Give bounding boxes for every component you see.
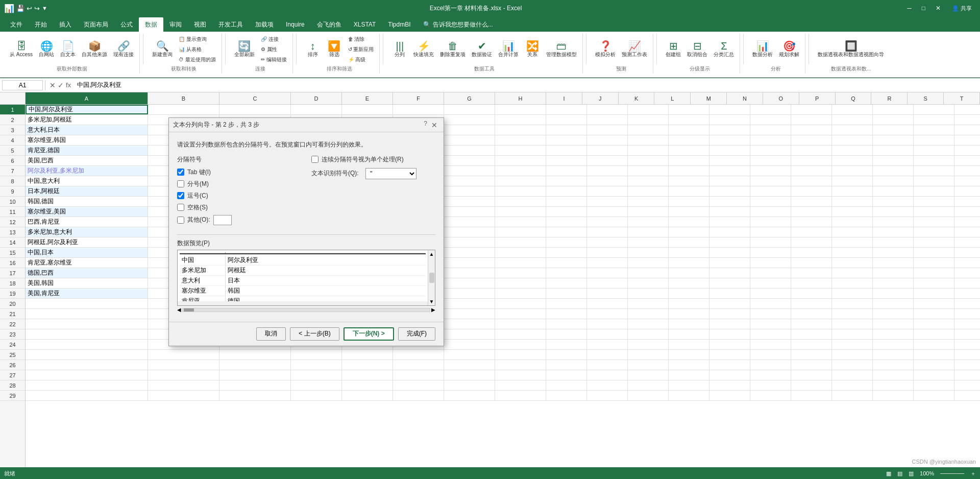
cell-r1[interactable]: [914, 105, 954, 114]
cell-m5[interactable]: [709, 146, 750, 155]
solver-button[interactable]: 🎯 规划求解: [776, 39, 802, 60]
cell-j1[interactable]: [587, 105, 628, 114]
cell-k28[interactable]: [628, 380, 669, 390]
cell-i1[interactable]: [546, 105, 587, 114]
cell-n16[interactable]: [750, 258, 791, 268]
cell-q14[interactable]: [873, 237, 914, 247]
tab-flyfish[interactable]: 会飞的鱼: [311, 17, 348, 32]
col-header-l[interactable]: L: [654, 92, 691, 104]
cell-l22[interactable]: [669, 319, 709, 329]
cell-a17[interactable]: 德国,巴西: [26, 268, 148, 278]
cell-l3[interactable]: [669, 125, 709, 135]
cell-q25[interactable]: [873, 350, 914, 360]
cell-s29[interactable]: [954, 391, 980, 400]
vscroll-down-arrow[interactable]: ▼: [429, 299, 434, 304]
row-num-13[interactable]: 13: [0, 227, 25, 237]
cell-l13[interactable]: [669, 227, 709, 237]
cell-l2[interactable]: [669, 115, 709, 125]
from-text-button[interactable]: 📄 自文本: [58, 39, 78, 60]
cell-r4[interactable]: [914, 135, 954, 145]
cell-i19[interactable]: [546, 289, 587, 298]
cell-n21[interactable]: [750, 309, 791, 319]
subtotal-button[interactable]: Σ 分类汇总: [711, 39, 737, 60]
cell-r8[interactable]: [914, 176, 954, 186]
cell-q7[interactable]: [873, 166, 914, 176]
cell-n26[interactable]: [750, 360, 791, 370]
formula-input[interactable]: [75, 81, 978, 90]
cell-k12[interactable]: [628, 217, 669, 227]
row-num-3[interactable]: 3: [0, 125, 25, 135]
tab-view[interactable]: 视图: [188, 17, 212, 32]
cell-m24[interactable]: [709, 340, 750, 349]
cell-q22[interactable]: [873, 319, 914, 329]
cell-i18[interactable]: [546, 278, 587, 288]
cell-c29[interactable]: [219, 391, 291, 400]
cell-j4[interactable]: [587, 135, 628, 145]
cell-r3[interactable]: [914, 125, 954, 135]
col-header-d[interactable]: D: [291, 92, 342, 104]
cell-a5[interactable]: 肯尼亚,德国: [26, 146, 148, 155]
tab-file[interactable]: 文件: [4, 17, 29, 32]
row-num-9[interactable]: 9: [0, 186, 25, 197]
cell-g9[interactable]: [444, 186, 495, 196]
cell-l16[interactable]: [669, 258, 709, 268]
cell-g7[interactable]: [444, 166, 495, 176]
redo-icon[interactable]: ↪: [34, 5, 40, 12]
row-num-14[interactable]: 14: [0, 237, 25, 248]
cell-n24[interactable]: [750, 340, 791, 349]
cell-a2[interactable]: 多米尼加,阿根廷: [26, 115, 148, 125]
cell-k22[interactable]: [628, 319, 669, 329]
cell-o2[interactable]: [791, 115, 832, 125]
finish-button[interactable]: 完成(F): [398, 327, 435, 341]
cell-d25[interactable]: [291, 350, 342, 360]
cell-i26[interactable]: [546, 360, 587, 370]
cell-h29[interactable]: [495, 391, 546, 400]
cell-l25[interactable]: [669, 350, 709, 360]
cell-p14[interactable]: [832, 237, 873, 247]
cell-l26[interactable]: [669, 360, 709, 370]
cell-r6[interactable]: [914, 156, 954, 165]
cell-r28[interactable]: [914, 380, 954, 390]
cell-k10[interactable]: [628, 197, 669, 206]
cell-h25[interactable]: [495, 350, 546, 360]
filter-button[interactable]: 🔽 筛选: [324, 39, 345, 60]
cell-a1[interactable]: 中国,阿尔及利亚: [26, 105, 148, 114]
cell-q15[interactable]: [873, 248, 914, 257]
cell-r13[interactable]: [914, 227, 954, 237]
cell-o20[interactable]: [791, 299, 832, 308]
cell-k2[interactable]: [628, 115, 669, 125]
cell-i29[interactable]: [546, 391, 587, 400]
cell-a8[interactable]: 中国,意大利: [26, 176, 148, 186]
cell-p15[interactable]: [832, 248, 873, 257]
cell-a26[interactable]: [26, 360, 148, 370]
cell-i13[interactable]: [546, 227, 587, 237]
cell-a20[interactable]: [26, 299, 148, 308]
col-header-c[interactable]: C: [219, 92, 291, 104]
cell-l5[interactable]: [669, 146, 709, 155]
cell-k7[interactable]: [628, 166, 669, 176]
cell-m25[interactable]: [709, 350, 750, 360]
cell-h4[interactable]: [495, 135, 546, 145]
row-num-29[interactable]: 29: [0, 391, 25, 401]
cell-h18[interactable]: [495, 278, 546, 288]
cell-g26[interactable]: [444, 360, 495, 370]
pivot-button[interactable]: 🔲 数据透视表和数据透视图向导: [815, 39, 887, 60]
data-analysis-button[interactable]: 📊 数据分析: [750, 39, 775, 60]
cell-n2[interactable]: [750, 115, 791, 125]
cell-m23[interactable]: [709, 329, 750, 339]
cell-s26[interactable]: [954, 360, 980, 370]
cell-n13[interactable]: [750, 227, 791, 237]
cell-l20[interactable]: [669, 299, 709, 308]
cell-p17[interactable]: [832, 268, 873, 278]
cell-k24[interactable]: [628, 340, 669, 349]
cell-j19[interactable]: [587, 289, 628, 298]
cell-j18[interactable]: [587, 278, 628, 288]
cell-g19[interactable]: [444, 289, 495, 298]
row-num-16[interactable]: 16: [0, 258, 25, 268]
cell-f29[interactable]: [393, 391, 444, 400]
reapply-button[interactable]: ↺ 重新应用: [346, 45, 377, 54]
consolidate-button[interactable]: 📊 合并计算: [496, 39, 521, 60]
cell-p6[interactable]: [832, 156, 873, 165]
cell-n3[interactable]: [750, 125, 791, 135]
cell-m19[interactable]: [709, 289, 750, 298]
